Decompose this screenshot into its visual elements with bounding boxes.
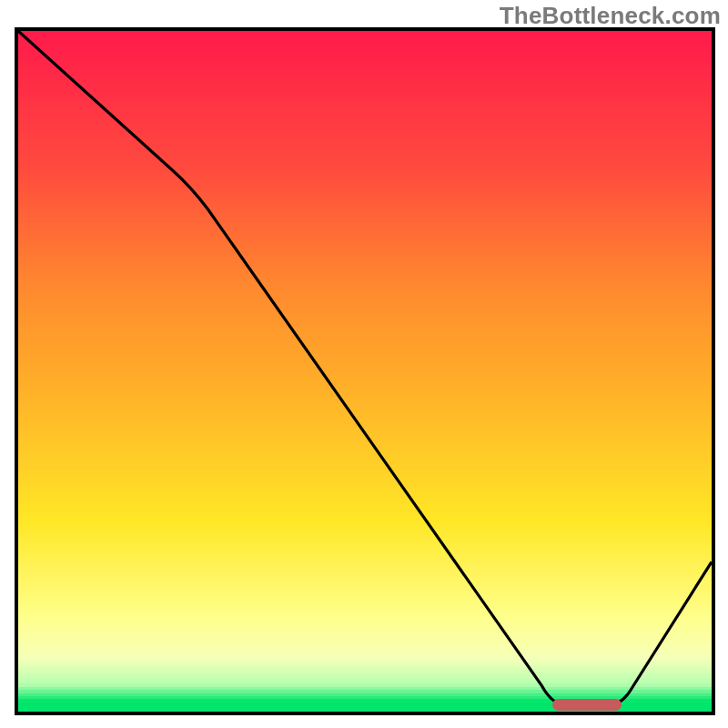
bottleneck-curve (18, 31, 712, 705)
curve-layer (18, 31, 712, 712)
chart-root: TheBottleneck.com (0, 0, 728, 728)
plot-frame (15, 27, 715, 715)
optimal-range-marker (552, 699, 622, 711)
attribution-text: TheBottleneck.com (500, 2, 721, 30)
